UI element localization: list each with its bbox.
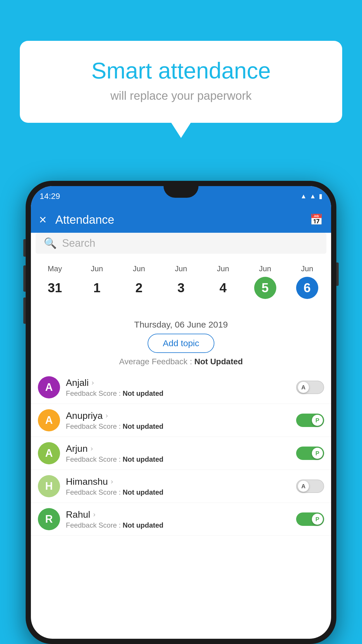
attendance-toggle[interactable]: A	[296, 480, 324, 493]
status-icons: ▲ ▲ ▮	[300, 192, 322, 200]
battery-icon: ▮	[319, 192, 322, 200]
calendar-day[interactable]: Jun5	[254, 264, 276, 299]
avg-feedback-label: Average Feedback :	[119, 357, 194, 366]
cal-date-label: 31	[44, 277, 66, 299]
cal-month-label: Jun	[217, 264, 229, 273]
calendar-day[interactable]: Jun2	[128, 264, 150, 299]
cal-date-label: 2	[128, 277, 150, 299]
calendar-day[interactable]: Jun6	[296, 264, 318, 299]
chevron-icon: ›	[111, 477, 113, 486]
chevron-icon: ›	[106, 412, 108, 420]
student-name: Arjun ›	[66, 443, 290, 454]
phone-screen: 14:29 ▲ ▲ ▮ × Attendance 📅 🔍 Search	[31, 186, 331, 639]
student-row[interactable]: AArjun ›Feedback Score : Not updatedP	[31, 437, 331, 470]
avg-feedback: Average Feedback : Not Updated	[31, 357, 331, 366]
student-name: Himanshu ›	[66, 476, 290, 487]
student-row[interactable]: AAnupriya ›Feedback Score : Not updatedP	[31, 404, 331, 437]
avatar: A	[38, 409, 60, 431]
student-feedback: Feedback Score : Not updated	[66, 521, 290, 529]
search-icon: 🔍	[44, 237, 57, 249]
cal-date-label: 4	[212, 277, 234, 299]
chevron-icon: ›	[91, 444, 93, 453]
student-feedback: Feedback Score : Not updated	[66, 488, 290, 496]
student-name: Rahul ›	[66, 509, 290, 520]
search-input[interactable]: Search	[62, 237, 318, 249]
wifi-icon: ▲	[300, 192, 307, 200]
student-info: Anjali ›Feedback Score : Not updated	[66, 377, 290, 398]
cal-month-label: Jun	[91, 264, 103, 273]
search-container: 🔍 Search	[36, 233, 326, 254]
avg-feedback-value: Not Updated	[194, 357, 243, 366]
student-info: Arjun ›Feedback Score : Not updated	[66, 443, 290, 463]
app-bar: × Attendance 📅	[31, 206, 331, 233]
calendar-day[interactable]: Jun1	[86, 264, 108, 299]
cal-date-label: 3	[170, 277, 192, 299]
student-name: Anupriya ›	[66, 410, 290, 421]
attendance-toggle[interactable]: P	[296, 447, 324, 460]
attendance-toggle[interactable]: A	[296, 381, 324, 394]
student-name: Anjali ›	[66, 377, 290, 388]
avatar: A	[38, 442, 60, 464]
status-time: 14:29	[40, 192, 60, 201]
add-topic-button[interactable]: Add topic	[147, 334, 214, 353]
calendar-day[interactable]: May31	[44, 264, 66, 299]
chevron-icon: ›	[92, 379, 94, 387]
student-feedback: Feedback Score : Not updated	[66, 422, 290, 430]
chevron-icon: ›	[93, 510, 96, 519]
student-info: Himanshu ›Feedback Score : Not updated	[66, 476, 290, 496]
speech-bubble: Smart attendance will replace your paper…	[20, 41, 342, 123]
phone-container: 14:29 ▲ ▲ ▮ × Attendance 📅 🔍 Search	[26, 181, 336, 644]
calendar-day[interactable]: Jun3	[170, 264, 192, 299]
date-header: Thursday, 06 June 2019	[31, 320, 331, 330]
cal-month-label: Jun	[259, 264, 271, 273]
app-bar-title: Attendance	[55, 213, 310, 226]
cal-month-label: Jun	[175, 264, 187, 273]
student-feedback: Feedback Score : Not updated	[66, 389, 290, 398]
signal-icon: ▲	[310, 192, 316, 200]
student-info: Anupriya ›Feedback Score : Not updated	[66, 410, 290, 430]
attendance-toggle[interactable]: P	[296, 512, 324, 526]
attendance-toggle[interactable]: P	[296, 414, 324, 427]
cal-date-label: 6	[296, 277, 318, 299]
calendar-strip: May31Jun1Jun2Jun3Jun4Jun5Jun6	[31, 258, 331, 305]
volume-up-button	[23, 239, 26, 257]
avatar: A	[38, 376, 60, 398]
cal-month-label: May	[48, 264, 62, 273]
cal-month-label: Jun	[133, 264, 145, 273]
phone-frame: 14:29 ▲ ▲ ▮ × Attendance 📅 🔍 Search	[26, 181, 336, 644]
student-row[interactable]: AAnjali ›Feedback Score : Not updatedA	[31, 371, 331, 404]
silent-button	[23, 298, 26, 324]
search-bar[interactable]: 🔍 Search	[36, 233, 326, 254]
cal-month-label: Jun	[301, 264, 313, 273]
student-row[interactable]: RRahul ›Feedback Score : Not updatedP	[31, 503, 331, 536]
bubble-subtitle: will replace your paperwork	[34, 89, 328, 102]
student-info: Rahul ›Feedback Score : Not updated	[66, 509, 290, 529]
avatar: R	[38, 508, 60, 530]
student-row[interactable]: HHimanshu ›Feedback Score : Not updatedA	[31, 470, 331, 503]
student-feedback: Feedback Score : Not updated	[66, 455, 290, 463]
calendar-day[interactable]: Jun4	[212, 264, 234, 299]
cal-date-label: 1	[86, 277, 108, 299]
power-button	[336, 262, 339, 286]
close-button[interactable]: ×	[39, 212, 47, 227]
cal-date-label: 5	[254, 277, 276, 299]
calendar-icon[interactable]: 📅	[310, 214, 323, 226]
avatar: H	[38, 475, 60, 497]
volume-down-button	[23, 265, 26, 292]
student-list: AAnjali ›Feedback Score : Not updatedAAA…	[31, 371, 331, 639]
bubble-title: Smart attendance	[34, 58, 328, 83]
